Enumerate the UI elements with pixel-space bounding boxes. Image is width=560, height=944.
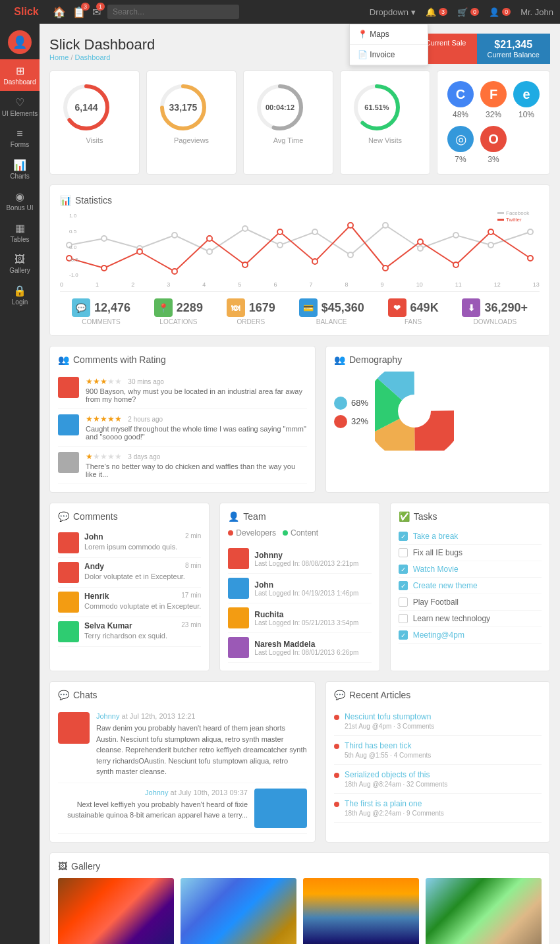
task-2-check[interactable] xyxy=(399,548,408,557)
gallery-title-icon: 🖼 xyxy=(58,861,67,872)
svg-point-26 xyxy=(207,236,212,241)
svg-text:0.5: 0.5 xyxy=(69,229,77,235)
article-2-link[interactable]: Third has been tick xyxy=(345,741,411,750)
team-card: 👤 Team Developers Content Johnny Last Lo… xyxy=(219,503,379,671)
sidebar-label-charts: Charts xyxy=(10,173,29,180)
dropdown-button[interactable]: Dropdown ▾ xyxy=(370,7,416,17)
main-content: Slick Dashboard Home / Dashboard Current… xyxy=(40,24,560,944)
task-5-check[interactable] xyxy=(399,597,408,607)
task-6-check[interactable] xyxy=(399,614,408,623)
article-1-link[interactable]: Nesciunt tofu stumptown xyxy=(345,712,431,721)
task-4-check[interactable]: ✓ xyxy=(399,581,408,590)
comment-item-2: ★★★★★ 2 hours ago Caught myself througho… xyxy=(58,409,307,447)
sidebar-item-forms[interactable]: ≡ Forms xyxy=(0,123,40,153)
statistics-card: 📊 Statistics xyxy=(49,184,550,336)
article-3-link[interactable]: Serialized objects of this xyxy=(345,770,430,779)
dropdown-maps[interactable]: 📍 Maps xyxy=(350,24,428,45)
home-nav-link[interactable]: 🏠 xyxy=(53,6,66,18)
task-3-check[interactable]: ✓ xyxy=(399,565,408,574)
svg-point-13 xyxy=(242,226,248,231)
user-name[interactable]: Mr. John xyxy=(520,7,553,17)
sidebar-item-bonus[interactable]: ◉ Bonus UI xyxy=(0,185,40,217)
comment-item-1: ★★★★★ 30 mins ago 900 Bayson, why must y… xyxy=(58,372,307,409)
pie-legend: 68% 32% xyxy=(334,397,368,428)
forms-icon: ≡ xyxy=(16,128,22,140)
newvisits-circle: 61.51% xyxy=(350,81,403,134)
chat-meta-2: Johnny at July 10th, 2013 09:37 xyxy=(58,789,248,796)
pageviews-circle: 33,175 xyxy=(157,81,210,134)
chat-content-2: Johnny at July 10th, 2013 09:37 Next lev… xyxy=(58,789,248,828)
article-3: Serialized objects of this 18th Aug @8:2… xyxy=(334,765,542,794)
browser-ie: e 10% xyxy=(513,81,540,119)
mail-nav-link[interactable]: ✉1 xyxy=(92,6,101,18)
sidebar-item-ui[interactable]: ♡ UI Elements xyxy=(0,91,40,123)
tab-content[interactable]: Content xyxy=(283,528,318,538)
ie-icon: e xyxy=(513,81,540,107)
member-naresh-info: Naresh Maddela Last Logged In: 08/01/201… xyxy=(254,640,358,656)
search-input[interactable] xyxy=(107,5,239,19)
chat-text-1: Raw denim you probably haven't heard of … xyxy=(96,723,307,777)
member-johnny-avatar xyxy=(228,548,249,569)
chats-icon: 💬 xyxy=(58,690,69,700)
chat-author-2[interactable]: Johnny xyxy=(145,789,168,796)
legend-male: 68% xyxy=(334,397,368,410)
downloads-icon: ⬇ xyxy=(462,298,480,317)
statistics-title: 📊 Statistics xyxy=(60,195,540,206)
sidebar-item-login[interactable]: 🔒 Login xyxy=(0,279,40,311)
comment-item-3: ★★★★★ 3 days ago There's no better way t… xyxy=(58,447,307,484)
chat-thumbnail-2 xyxy=(254,789,307,828)
dropdown-invoice[interactable]: 📄 Invoice xyxy=(350,45,428,65)
stars-1: ★★★★★ xyxy=(86,377,122,386)
avgtime-circle: 00:04:12 xyxy=(254,81,306,134)
current-balance-value: $21,345 xyxy=(488,39,540,51)
gallery-img-4[interactable] xyxy=(426,878,542,945)
task-7-check[interactable]: ✓ xyxy=(399,630,408,640)
svg-point-20 xyxy=(488,242,493,248)
tab-developers[interactable]: Developers xyxy=(228,528,276,538)
gallery-img-2[interactable] xyxy=(181,878,296,945)
current-balance-label: Current Balance xyxy=(488,51,540,59)
comment-henrik-info: Henrik 17 min Commodo voluptate et in Ex… xyxy=(84,592,201,613)
article-4: The first is a plain one 18th Aug @2:24a… xyxy=(334,794,542,823)
gallery-card: 🖼 Gallery xyxy=(49,852,550,945)
task-1-check[interactable]: ✓ xyxy=(399,532,408,541)
chat-text-2: Next level keffiyeh you probably haven't… xyxy=(58,799,248,821)
browser-chrome: C 48% xyxy=(447,81,474,119)
chat-author-1[interactable]: Johnny xyxy=(96,712,119,720)
chat-avatar-1 xyxy=(58,712,90,744)
sidebar-label-login: Login xyxy=(12,298,28,306)
svg-point-30 xyxy=(348,223,353,228)
gallery-title: 🖼 Gallery xyxy=(58,861,542,872)
user-icon[interactable]: 👤0 xyxy=(489,7,511,17)
gallery-img-3[interactable] xyxy=(303,878,419,945)
comment-john: John 2 min Lorem ipsum commodo quis. xyxy=(58,528,201,558)
task-7: ✓ Meeting@4pm xyxy=(399,627,542,644)
article-1-dot xyxy=(334,715,339,720)
svg-point-18 xyxy=(418,246,423,251)
browser-firefox: F 32% xyxy=(480,81,507,119)
comment-text-2: Caught myself throughout the whole time … xyxy=(86,425,307,441)
article-4-link[interactable]: The first is a plain one xyxy=(345,799,422,808)
gallery-img-4-bg xyxy=(426,878,542,945)
svg-point-35 xyxy=(528,256,533,261)
sidebar-item-gallery[interactable]: 🖼 Gallery xyxy=(0,248,40,279)
comments-rating-icon: 👥 xyxy=(58,354,69,365)
sidebar-item-dashboard[interactable]: ⊞ Dashboard xyxy=(0,59,40,91)
sidebar-item-tables[interactable]: ▦ Tables xyxy=(0,217,40,248)
top-navigation: Slick 🏠 📋3 ✉1 Dropdown ▾ 📍 Maps 📄 Invoic… xyxy=(0,0,560,24)
bonus-icon: ◉ xyxy=(15,190,24,203)
task-4: ✓ Create new theme xyxy=(399,578,542,594)
comment-john-info: John 2 min Lorem ipsum commodo quis. xyxy=(84,532,201,553)
task-6: Learn new technology xyxy=(399,611,542,627)
tasks-nav-link[interactable]: 📋3 xyxy=(72,6,86,18)
svg-point-16 xyxy=(348,252,353,258)
notification-bell[interactable]: 🔔3 xyxy=(426,7,447,17)
article-2-content: Third has been tick 5th Aug @1:55 · 4 Co… xyxy=(345,741,431,759)
opera-pct: 3% xyxy=(488,155,499,164)
sidebar-item-charts[interactable]: 📊 Charts xyxy=(0,153,40,185)
orders-icon: 🍽 xyxy=(227,298,245,317)
gallery-img-1[interactable] xyxy=(58,878,174,945)
page-header: Slick Dashboard Home / Dashboard Current… xyxy=(49,34,550,64)
comment-content-2: ★★★★★ 2 hours ago Caught myself througho… xyxy=(86,414,307,441)
cart-icon[interactable]: 🛒0 xyxy=(457,7,479,17)
